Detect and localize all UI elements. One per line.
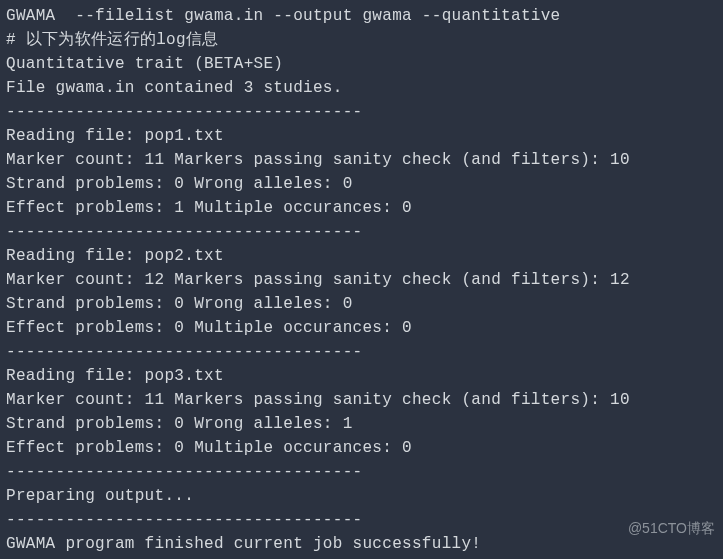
terminal-line: Reading file: pop2.txt [6, 244, 717, 268]
watermark-text: @51CTO博客 [628, 518, 715, 539]
terminal-line: Reading file: pop1.txt [6, 124, 717, 148]
terminal-line: ------------------------------------ [6, 100, 717, 124]
terminal-line: ------------------------------------ [6, 340, 717, 364]
terminal-line: Marker count: 11 Markers passing sanity … [6, 148, 717, 172]
terminal-line: Effect problems: 0 Multiple occurances: … [6, 436, 717, 460]
terminal-line: File gwama.in contained 3 studies. [6, 76, 717, 100]
terminal-line: Quantitative trait (BETA+SE) [6, 52, 717, 76]
terminal-line: Marker count: 11 Markers passing sanity … [6, 388, 717, 412]
terminal-line: # 以下为软件运行的log信息 [6, 28, 717, 52]
terminal-line: Strand problems: 0 Wrong alleles: 1 [6, 412, 717, 436]
terminal-line: Strand problems: 0 Wrong alleles: 0 [6, 292, 717, 316]
terminal-line: GWAMA program finished current job succe… [6, 532, 717, 556]
terminal-line: ------------------------------------ [6, 220, 717, 244]
terminal-line: Marker count: 12 Markers passing sanity … [6, 268, 717, 292]
terminal-line: Preparing output... [6, 484, 717, 508]
terminal-output: GWAMA --filelist gwama.in --output gwama… [6, 4, 717, 559]
terminal-line: Reading file: pop3.txt [6, 364, 717, 388]
terminal-line: Effect problems: 1 Multiple occurances: … [6, 196, 717, 220]
terminal-line: Effect problems: 0 Multiple occurances: … [6, 316, 717, 340]
terminal-line: ------------------------------------ [6, 508, 717, 532]
terminal-line: GWAMA --filelist gwama.in --output gwama… [6, 4, 717, 28]
terminal-line: ------------------------------------ [6, 460, 717, 484]
terminal-line: Strand problems: 0 Wrong alleles: 0 [6, 172, 717, 196]
